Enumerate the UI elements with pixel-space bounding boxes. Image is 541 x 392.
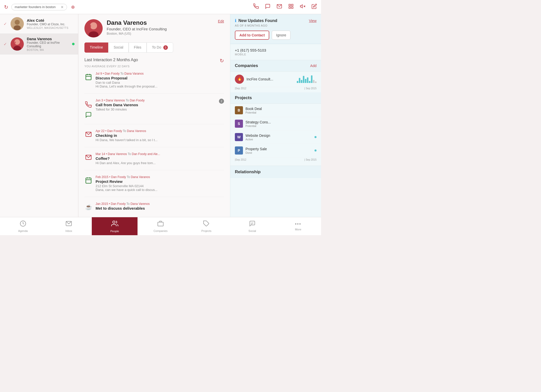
contact-role-dana: Founder, CEO at IncFire Consulting <box>27 41 69 48</box>
company-item-0[interactable]: 🔥 IncFire Consult... <box>230 72 321 87</box>
bottom-tab-agenda[interactable]: Agenda <box>0 217 46 235</box>
phone-section: +1 (617) 555-5103 MOBILE <box>230 44 321 60</box>
search-clear-icon[interactable]: ✕ <box>61 5 64 9</box>
email-icon[interactable] <box>277 4 282 10</box>
average-label: YOU AVERAGE EVERY 22 DAYS <box>84 65 224 68</box>
bottom-bar: Agenda Inbox People Companies Projects S… <box>0 217 321 235</box>
svg-point-33 <box>112 221 115 223</box>
timeline-icon-2 <box>84 130 93 138</box>
compose-icon[interactable] <box>311 4 317 10</box>
grid-icon[interactable] <box>288 4 294 10</box>
tabs: Timeline Social Files To Do 3 <box>84 42 224 53</box>
search-text: marketer founders in boston <box>15 5 59 9</box>
contact-info-alex: Alex Coté Founder, CMO at Cloze, Inc. WE… <box>27 18 75 29</box>
timeline-desc1-0: Dan to call Dana <box>96 81 224 84</box>
timeline-desc1-4: 212 Elm St Somerville MA 02144 <box>96 184 224 188</box>
svg-rect-1 <box>289 4 290 6</box>
contact-location-dana: BOSTON, MA <box>27 49 69 51</box>
timeline-badge-1: 2 <box>219 99 224 104</box>
info-icon: ℹ <box>235 18 236 23</box>
timeline-title-3: Coffee? <box>96 156 224 161</box>
filter-icon[interactable]: ⊕ <box>71 4 75 10</box>
action-buttons: Add to Contact Ignore <box>235 31 317 40</box>
main-layout: ✓ Alex Coté Founder, CMO at Cloze, Inc. … <box>0 14 321 217</box>
contact-name-alex: Alex Coté <box>27 18 75 23</box>
timeline-meta-0: Jul 9 • Dan Foody To Dana Varanos <box>96 72 224 75</box>
ignore-button[interactable]: Ignore <box>272 31 290 40</box>
timeline-content-1: Jun 3 • Dana Varenos To Dan Foody Call f… <box>96 99 216 119</box>
tab-social[interactable]: Social <box>108 42 128 53</box>
timeline-title-5: Met to discuss deliverables <box>96 206 224 210</box>
timeline-meta-5: Jan 2015 • Dan Foody To Dana Varenos <box>96 202 224 206</box>
companies-add-button[interactable]: Add <box>310 64 317 68</box>
tab-files[interactable]: Files <box>129 42 147 53</box>
company-dates-0: |Sep 2012 | Sep 2015 <box>230 87 321 92</box>
project-dot-2 <box>314 136 317 138</box>
check-icon-alex: ✓ <box>4 21 8 26</box>
chat-icon[interactable] <box>265 4 270 10</box>
more-icon: ••• <box>295 222 301 227</box>
bottom-tab-more[interactable]: ••• More <box>275 217 321 235</box>
profile-header: Dana Varenos Founder, CEO at IncFire Con… <box>84 19 224 37</box>
updates-title: New Updates Found <box>238 18 277 23</box>
projects-header: Projects <box>230 92 321 104</box>
project-item-3[interactable]: P Property Sale Done <box>230 144 321 157</box>
bottom-tab-people[interactable]: People <box>92 217 138 235</box>
timeline-content-4: Feb 2015 • Dan Foody To Dana Varanos Pro… <box>96 175 224 192</box>
bottom-tab-social[interactable]: Social <box>229 217 275 235</box>
timeline-icon-5: ☕ <box>84 203 93 211</box>
volume-icon[interactable] <box>300 4 305 10</box>
bottom-tab-inbox[interactable]: Inbox <box>46 217 92 235</box>
svg-point-9 <box>15 20 20 25</box>
project-item-2[interactable]: W Website Design Active <box>230 130 321 144</box>
top-nav: ↻ marketer founders in boston ✕ ⊕ <box>0 0 321 14</box>
svg-rect-14 <box>15 41 16 43</box>
timeline-icon-4 <box>84 176 93 184</box>
contact-item-alex[interactable]: ✓ Alex Coté Founder, CMO at Cloze, Inc. … <box>0 14 78 34</box>
tab-timeline[interactable]: Timeline <box>84 42 108 53</box>
svg-point-16 <box>90 22 97 29</box>
search-bar[interactable]: marketer founders in boston ✕ <box>11 4 67 10</box>
phone-icon[interactable] <box>253 4 259 10</box>
view-link[interactable]: View <box>309 19 317 23</box>
bottom-tab-companies[interactable]: Companies <box>138 217 183 235</box>
relationship-section: Relationship <box>230 166 321 178</box>
project-icon-0: B <box>235 106 243 114</box>
timeline-desc2-0: Hi Dana, Let's walk through the proposal… <box>96 84 224 88</box>
timeline-desc1-1: Talked for 30 minutes <box>96 107 216 111</box>
tab-todo[interactable]: To Do 3 <box>147 42 173 53</box>
phone-number: +1 (617) 555-5103 <box>235 48 317 52</box>
timeline-icon-1a <box>84 101 93 109</box>
todo-badge: 3 <box>163 45 168 50</box>
social-icon <box>249 220 256 228</box>
timeline-item-0: Jul 9 • Dan Foody To Dana Varanos Discus… <box>84 72 224 94</box>
project-item-0[interactable]: B Book Deal Potential <box>230 104 321 117</box>
last-interaction-header: Last Interaction 2 Months Ago ↻ <box>84 58 224 64</box>
project-dates: |Sep 2012 | Sep 2015 <box>230 157 321 164</box>
timeline-meta-2: Apr 22 • Dan Foody To Dana Varenos <box>96 129 224 133</box>
project-item-1[interactable]: S Strategy Cons... Potential <box>230 117 321 130</box>
online-dot-dana <box>72 43 75 45</box>
timeline-content-5: Jan 2015 • Dan Foody To Dana Varenos Met… <box>96 202 224 211</box>
avatar-dana <box>11 37 24 51</box>
timeline-title-0: Discuss Proposal <box>96 76 224 80</box>
add-to-contact-button[interactable]: Add to Contact <box>235 31 269 40</box>
profile-role: Founder, CEO at IncFire Consulting <box>107 27 214 31</box>
svg-rect-19 <box>86 75 91 80</box>
contact-item-dana[interactable]: ✓ Dana Varenos Founder, CEO at IncFire C… <box>0 34 78 55</box>
edit-link[interactable]: Edit <box>218 19 224 23</box>
svg-rect-3 <box>289 7 290 8</box>
timeline-desc1-3: Hi Dan and Alex, Are you guys free tom..… <box>96 161 224 165</box>
timeline-item-3: Mar 14 • Dana Varenos To Dan Foody and A… <box>84 152 224 170</box>
updates-sub: AS OF 8 MONTHS AGO <box>235 24 317 27</box>
timeline-content-2: Apr 22 • Dan Foody To Dana Varenos Check… <box>96 129 224 142</box>
bottom-tab-projects[interactable]: Projects <box>184 217 229 235</box>
timeline-title-2: Checking in <box>96 133 224 138</box>
profile-location: Boston, MA (US) <box>107 32 214 35</box>
company-chart-0 <box>297 75 317 83</box>
timeline-refresh-icon[interactable]: ↻ <box>220 58 224 64</box>
svg-rect-34 <box>158 222 163 226</box>
project-icon-3: P <box>235 146 243 155</box>
timeline-title-1: Call from Dana Varenos <box>96 103 216 107</box>
refresh-icon[interactable]: ↻ <box>4 4 8 10</box>
